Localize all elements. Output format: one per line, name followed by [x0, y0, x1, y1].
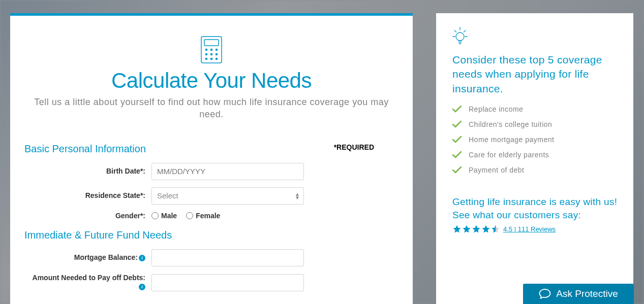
list-item-text: Home mortgage payment	[469, 136, 554, 144]
debts-input[interactable]	[151, 274, 304, 291]
svg-line-13	[454, 30, 456, 32]
gender-male-label[interactable]: Male	[151, 212, 177, 220]
rating-value: 4.5	[503, 225, 512, 233]
list-item: Home mortgage payment	[452, 136, 618, 144]
reviews-heading: Getting life insurance is easy with us! …	[452, 195, 618, 221]
svg-point-6	[210, 53, 213, 56]
list-item-text: Payment of debt	[469, 166, 524, 174]
calculator-icon	[201, 36, 222, 63]
star-rating	[452, 224, 500, 233]
star-icon	[481, 224, 490, 233]
list-item: Care for elderly parents	[452, 151, 618, 159]
calculator-card: Calculate Your Needs Tell us a little ab…	[10, 13, 413, 304]
gender-male-radio[interactable]	[151, 212, 159, 219]
check-icon	[452, 121, 462, 128]
birth-date-label: Birth Date*:	[24, 167, 151, 176]
gender-male-text: Male	[161, 212, 177, 220]
svg-point-11	[456, 32, 464, 41]
check-icon	[452, 136, 462, 143]
svg-line-14	[464, 30, 466, 32]
rating-count: 111 Reviews	[518, 225, 556, 233]
list-item: Replace income	[452, 105, 618, 113]
coverage-needs-list: Replace income Children's college tuitio…	[452, 105, 618, 174]
gender-radio-group: Male Female	[151, 212, 220, 220]
page-subtitle: Tell us a little about yourself to find …	[27, 96, 395, 121]
row-gender: Gender*: Male Female	[24, 212, 398, 221]
row-birth-date: Birth Date*:	[24, 163, 398, 180]
mortgage-input[interactable]	[151, 249, 304, 266]
residence-state-select-wrap: Select ▲▼	[151, 187, 304, 205]
mortgage-label-text: Mortgage Balance:	[74, 253, 138, 261]
ask-protective-button[interactable]: Ask Protective	[523, 284, 634, 304]
debts-label: Amount Needed to Pay off Debts: i	[24, 274, 151, 291]
section-funds-title: Immediate & Future Fund Needs	[24, 229, 398, 241]
list-item-text: Care for elderly parents	[469, 151, 549, 159]
svg-point-5	[205, 53, 208, 56]
row-debts: Amount Needed to Pay off Debts: i	[24, 274, 398, 291]
info-icon[interactable]: i	[139, 284, 145, 290]
svg-point-8	[205, 58, 208, 60]
svg-point-3	[210, 49, 213, 51]
debts-label-text: Amount Needed to Pay off Debts:	[33, 274, 145, 282]
gender-female-text: Female	[196, 212, 220, 220]
gender-label: Gender*:	[24, 212, 151, 221]
ask-button-label: Ask Protective	[556, 288, 618, 299]
gender-female-radio[interactable]	[186, 212, 193, 219]
svg-rect-1	[204, 40, 219, 46]
list-item-text: Replace income	[469, 105, 523, 113]
mortgage-label: Mortgage Balance:i	[24, 253, 151, 262]
check-icon	[452, 106, 462, 113]
check-icon	[452, 151, 462, 158]
info-icon[interactable]: i	[139, 255, 145, 261]
birth-date-input[interactable]	[151, 163, 304, 180]
svg-point-4	[216, 49, 218, 51]
list-item-text: Children's college tuition	[469, 120, 552, 128]
lightbulb-icon	[452, 26, 468, 46]
star-icon	[462, 224, 471, 233]
sidebar-card: Consider these top 5 coverage needs when…	[436, 13, 633, 304]
rating-sep: |	[512, 225, 518, 233]
rating-row[interactable]: 4.5 | 111 Reviews	[452, 224, 618, 233]
chevron-updown-icon: ▲▼	[295, 192, 300, 199]
list-item: Children's college tuition	[452, 120, 618, 128]
residence-state-label: Residence State*:	[24, 191, 151, 200]
required-indicator: *REQUIRED	[334, 143, 374, 151]
star-icon	[472, 224, 481, 233]
row-mortgage: Mortgage Balance:i	[24, 249, 398, 266]
row-residence-state: Residence State*: Select ▲▼	[24, 187, 398, 205]
sidebar-title: Consider these top 5 coverage needs when…	[452, 53, 618, 96]
gender-female-label[interactable]: Female	[186, 212, 220, 220]
residence-state-select[interactable]: Select	[151, 187, 304, 205]
form-area: *REQUIRED Basic Personal Information Bir…	[24, 143, 398, 292]
star-icon	[452, 224, 462, 233]
chat-icon	[539, 288, 551, 299]
svg-point-9	[210, 58, 213, 60]
svg-point-10	[216, 58, 218, 60]
page-title: Calculate Your Needs	[24, 69, 398, 93]
rating-link[interactable]: 4.5 | 111 Reviews	[503, 225, 556, 233]
list-item: Payment of debt	[452, 166, 618, 174]
svg-point-7	[216, 53, 218, 56]
check-icon	[452, 166, 462, 174]
star-half-icon	[491, 224, 500, 233]
svg-point-2	[205, 49, 208, 51]
